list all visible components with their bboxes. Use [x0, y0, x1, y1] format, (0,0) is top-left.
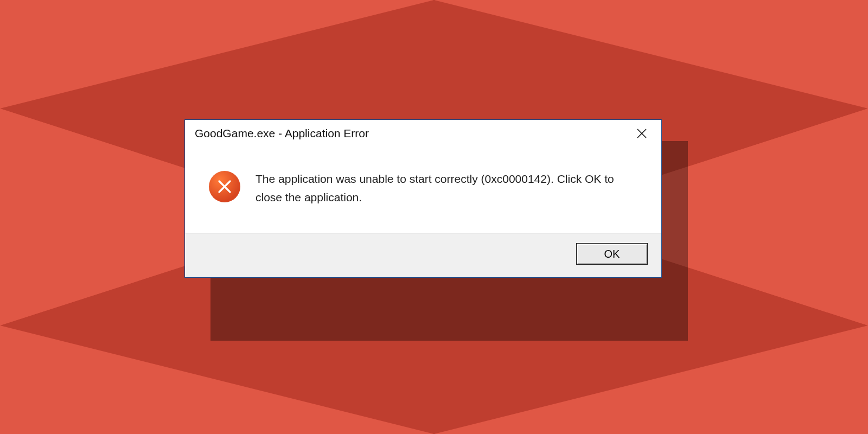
close-icon	[636, 128, 647, 139]
error-dialog: GoodGame.exe - Application Error The app…	[184, 119, 662, 278]
dialog-body: The application was unable to start corr…	[185, 147, 661, 233]
dialog-footer: OK	[185, 233, 661, 277]
titlebar: GoodGame.exe - Application Error	[185, 120, 661, 147]
error-icon	[209, 171, 240, 202]
dialog-message: The application was unable to start corr…	[256, 170, 624, 206]
ok-button[interactable]: OK	[577, 244, 647, 264]
dialog-title: GoodGame.exe - Application Error	[195, 127, 369, 140]
close-button[interactable]	[630, 123, 654, 144]
